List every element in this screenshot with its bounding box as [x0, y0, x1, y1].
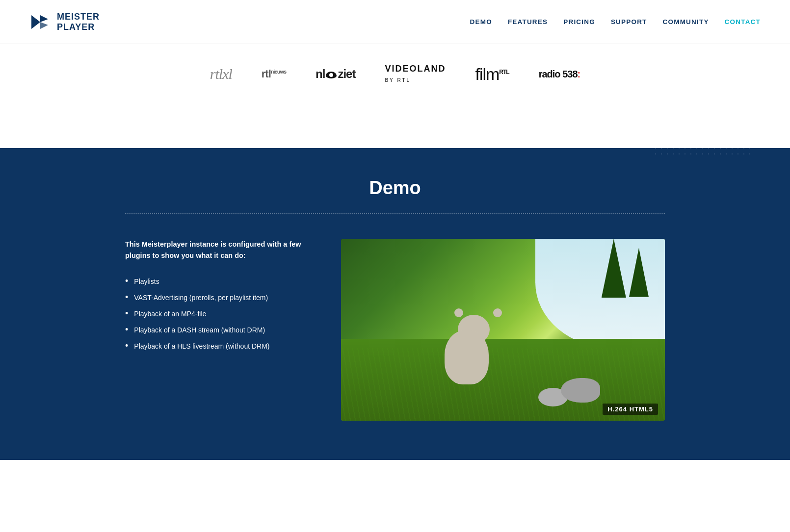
brand-rtlnieuws: rtlnieuws: [262, 68, 286, 80]
list-item: VAST-Advertising (prerolls, per playlist…: [125, 289, 312, 305]
list-item: Playback of an MP4-file: [125, 305, 312, 322]
demo-title: Demo: [29, 177, 761, 199]
nav-contact[interactable]: CONTACT: [725, 18, 761, 25]
svg-marker-1: [40, 15, 48, 22]
site-header: MEISTER PLAYER DEMO FEATURES PRICING SUP…: [0, 0, 790, 44]
demo-features-list: Playlists VAST-Advertising (prerolls, pe…: [125, 273, 312, 354]
brand-nlziet: nlziet: [316, 67, 355, 81]
nlziet-eye-icon: [326, 72, 337, 78]
svg-marker-2: [40, 22, 48, 29]
bear-scene: [341, 239, 665, 421]
list-item: Playlists: [125, 273, 312, 289]
logos-strip: rtlxl rtlnieuws nlziet VIDEOLANDBY RTL f…: [0, 44, 790, 99]
nav-pricing[interactable]: PRICING: [563, 18, 595, 25]
nav-community[interactable]: COMMUNITY: [663, 18, 709, 25]
bear-ear-left: [454, 308, 463, 317]
logo-link[interactable]: MEISTER PLAYER: [29, 11, 100, 33]
demo-divider: [125, 213, 665, 214]
main-nav: DEMO FEATURES PRICING SUPPORT COMMUNITY …: [470, 18, 761, 25]
demo-intro-text: This Meisterplayer instance is configure…: [125, 239, 312, 261]
demo-section: Demo This Meisterplayer instance is conf…: [0, 148, 790, 460]
bear-ear-right: [493, 308, 502, 317]
brand-videoland: VIDEOLANDBY RTL: [385, 64, 446, 84]
svg-marker-0: [31, 15, 40, 29]
list-item: Playback of a DASH stream (without DRM): [125, 322, 312, 338]
bear-body: [445, 330, 489, 384]
brand-radio538: radio 538:: [539, 69, 580, 80]
list-item: Playback of a HLS livestream (without DR…: [125, 338, 312, 354]
nav-demo[interactable]: DEMO: [470, 18, 492, 25]
nav-support[interactable]: SUPPORT: [611, 18, 647, 25]
logo-icon: [29, 11, 51, 33]
spacer: [0, 99, 790, 148]
nav-features[interactable]: FEATURES: [508, 18, 548, 25]
video-player[interactable]: H.264 HTML5: [341, 239, 665, 421]
video-frame: H.264 HTML5: [341, 239, 665, 421]
brand-filmrtl: filmRTL: [475, 65, 509, 84]
demo-description: This Meisterplayer instance is configure…: [125, 239, 312, 354]
video-codec-badge: H.264 HTML5: [603, 404, 658, 415]
demo-content-area: This Meisterplayer instance is configure…: [125, 239, 665, 421]
brand-rtlxl: rtlxl: [210, 66, 232, 82]
rock-large: [561, 378, 600, 403]
logo-text: MEISTER PLAYER: [57, 12, 100, 32]
